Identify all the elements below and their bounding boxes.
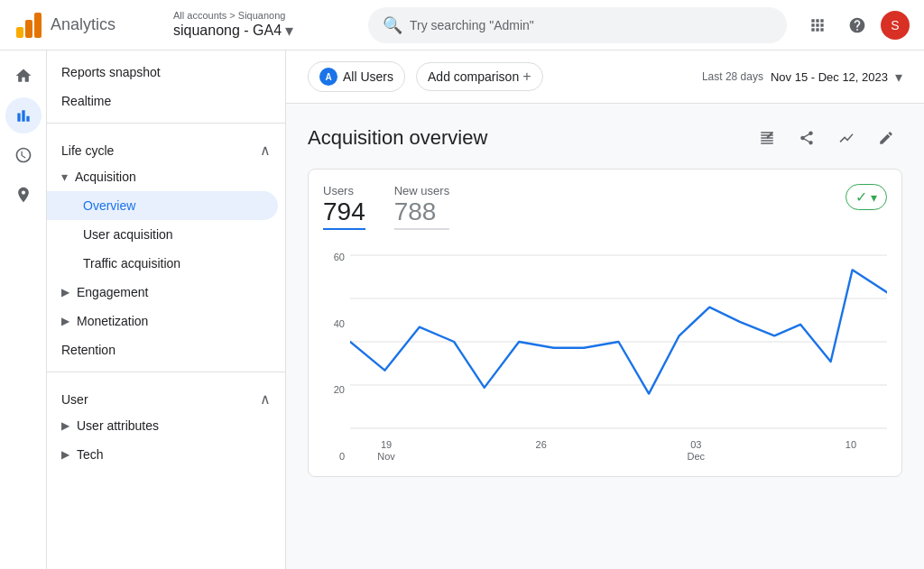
advertising-icon	[14, 186, 32, 204]
share-button[interactable]	[790, 122, 823, 154]
traffic-acquisition-label: Traffic acquisition	[83, 256, 180, 271]
user-group-header[interactable]: User ∧	[47, 380, 285, 411]
table-edit-icon	[759, 130, 775, 146]
line-chart-svg	[350, 252, 887, 432]
users-metric-value: 794	[323, 197, 365, 230]
tech-label: Tech	[77, 447, 104, 462]
add-comparison-button[interactable]: Add comparison +	[416, 62, 543, 91]
x-axis: 19 Nov 26 03 Dec 10	[350, 436, 887, 462]
app-title: Analytics	[51, 15, 116, 34]
chart-inner: 19 Nov 26 03 Dec 10	[350, 252, 887, 462]
search-bar[interactable]: 🔍 Try searching "Admin"	[368, 7, 787, 43]
customize-report-button[interactable]	[751, 122, 783, 154]
reports-nav-button[interactable]	[5, 97, 42, 133]
top-icons: S	[801, 9, 910, 41]
retention-label: Retention	[61, 343, 116, 357]
bar-chart-icon	[14, 106, 32, 124]
date-range-chevron-icon: ▾	[895, 69, 902, 86]
sidebar-item-acquisition-parent[interactable]: ▾ Acquisition	[47, 162, 285, 191]
user-group-label: User	[61, 392, 88, 407]
sidebar-item-reports-snapshot[interactable]: Reports snapshot	[47, 58, 285, 87]
monetization-label: Monetization	[77, 314, 148, 328]
explore-nav-button[interactable]	[5, 137, 42, 173]
new-users-metric-value: 788	[394, 197, 449, 230]
help-circle-icon	[848, 16, 866, 34]
x-sub-empty	[540, 451, 542, 462]
sidebar-item-user-attributes-parent[interactable]: ▶ User attributes	[47, 411, 285, 440]
svg-rect-0	[16, 27, 23, 38]
sidebar-item-monetization-parent[interactable]: ▶ Monetization	[47, 307, 285, 335]
pencil-icon	[878, 130, 894, 146]
y-label-60: 60	[323, 252, 345, 262]
all-users-label: All Users	[343, 69, 393, 84]
all-users-avatar: A	[319, 68, 337, 86]
account-nav: All accounts > Siquanong siquanong - GA4…	[173, 10, 354, 41]
overview-label: Overview	[83, 198, 135, 213]
y-label-20: 20	[323, 384, 345, 395]
chart-line	[350, 270, 887, 393]
x-label-10: 10	[815, 439, 887, 462]
comparison-check-button[interactable]: ✓ ▾	[845, 184, 887, 210]
users-metric-label: Users	[323, 184, 365, 197]
tech-arrow-icon: ▶	[61, 448, 69, 461]
engagement-label: Engagement	[77, 285, 148, 299]
realtime-label: Realtime	[61, 94, 111, 108]
sidebar-item-traffic-acquisition[interactable]: Traffic acquisition	[47, 249, 285, 278]
acquisition-chart-card: Users 794 New users 788 ✓ ▾ 60 40 20	[308, 169, 902, 477]
nav-strip	[0, 50, 47, 569]
svg-rect-2	[34, 13, 42, 38]
sidebar-item-realtime[interactable]: Realtime	[47, 87, 285, 115]
insights-button[interactable]	[830, 122, 863, 154]
user-attributes-label: User attributes	[77, 418, 159, 433]
sidebar: Reports snapshot Realtime Life cycle ∧ ▾…	[47, 50, 286, 569]
sidebar-item-tech-parent[interactable]: ▶ Tech	[47, 440, 285, 469]
acquisition-arrow-icon: ▾	[61, 170, 68, 184]
page-title-bar: Acquisition overview	[286, 104, 924, 161]
x-sub-dec: Dec	[688, 451, 706, 462]
check-icon: ✓	[855, 188, 867, 206]
x-label-03-dec: 03 Dec	[660, 439, 732, 462]
monetization-arrow-icon: ▶	[61, 315, 69, 327]
analytics-logo-icon	[14, 11, 43, 40]
logo-area: Analytics	[14, 11, 159, 40]
x-sub-empty2	[849, 451, 852, 462]
sidebar-item-retention[interactable]: Retention	[47, 335, 285, 364]
user-avatar[interactable]: S	[881, 11, 910, 40]
sidebar-item-user-acquisition[interactable]: User acquisition	[47, 220, 285, 249]
help-icon-button[interactable]	[841, 9, 873, 41]
acquisition-label: Acquisition	[75, 170, 136, 184]
breadcrumb: All accounts > Siquanong	[173, 10, 354, 21]
x-value-19: 19	[381, 439, 392, 450]
search-placeholder: Try searching "Admin"	[410, 18, 534, 32]
add-icon: +	[522, 69, 531, 85]
all-users-chip[interactable]: A All Users	[308, 61, 405, 92]
lifecycle-chevron-icon: ∧	[260, 142, 271, 159]
chart-metrics: Users 794 New users 788	[323, 184, 449, 230]
home-icon	[14, 67, 32, 85]
property-selector[interactable]: siquanong - GA4 ▾	[173, 21, 354, 41]
lifecycle-group-header[interactable]: Life cycle ∧	[47, 131, 285, 162]
y-label-40: 40	[323, 318, 345, 329]
x-label-26: 26	[505, 439, 578, 462]
lifecycle-label: Life cycle	[61, 143, 114, 158]
share-icon	[799, 130, 815, 146]
advertising-nav-button[interactable]	[5, 177, 42, 213]
home-nav-button[interactable]	[5, 58, 42, 94]
topbar: Analytics All accounts > Siquanong siqua…	[0, 0, 924, 50]
y-label-0: 0	[323, 451, 345, 462]
user-acquisition-label: User acquisition	[83, 227, 173, 242]
x-value-26: 26	[536, 439, 547, 450]
user-attributes-arrow-icon: ▶	[61, 419, 69, 432]
x-value-10: 10	[845, 439, 856, 450]
edit-button[interactable]	[870, 122, 902, 154]
sidebar-item-overview[interactable]: Overview	[47, 191, 278, 220]
property-name-text: siquanong - GA4	[173, 23, 282, 39]
dropdown-arrow-icon: ▾	[871, 190, 877, 205]
x-value-03: 03	[690, 439, 701, 450]
new-users-metric-label: New users	[394, 184, 449, 197]
reports-snapshot-label: Reports snapshot	[61, 65, 161, 79]
content-header: A All Users Add comparison + Last 28 day…	[286, 50, 924, 104]
date-range-selector[interactable]: Last 28 days Nov 15 - Dec 12, 2023 ▾	[702, 69, 902, 86]
sidebar-item-engagement-parent[interactable]: ▶ Engagement	[47, 278, 285, 307]
apps-icon-button[interactable]	[801, 9, 834, 41]
